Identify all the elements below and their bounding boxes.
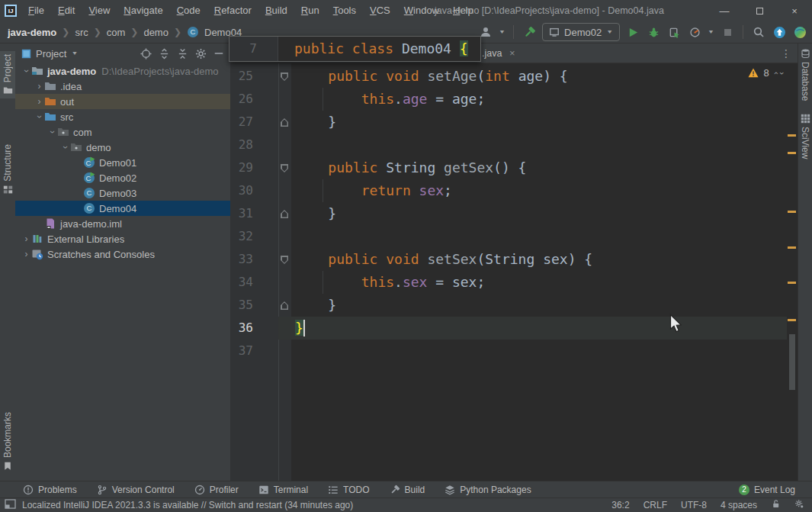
code-line-34[interactable]: 34 this.sex = sex; bbox=[230, 271, 787, 294]
collapse-all-icon[interactable] bbox=[175, 47, 189, 60]
line-number-29[interactable]: 29 bbox=[230, 156, 253, 179]
minimize-button[interactable]: — bbox=[707, 0, 742, 21]
warning-stripe-mark[interactable] bbox=[788, 211, 796, 213]
breadcrumb-item-demo[interactable]: demo bbox=[143, 27, 168, 38]
scrollbar-thumb[interactable] bbox=[789, 334, 795, 390]
code-line-26[interactable]: 26 this.age = age; bbox=[230, 88, 787, 111]
tab-close-icon[interactable]: × bbox=[509, 43, 515, 63]
tree-item-java-demo[interactable]: ›java-demoD:\IdeaProjects\java-demo bbox=[15, 63, 230, 79]
tool-stripe-build[interactable]: Build bbox=[390, 485, 425, 495]
code-line-27[interactable]: 27 } bbox=[230, 111, 787, 134]
tool-stripe-python-packages[interactable]: Python Packages bbox=[445, 485, 531, 495]
hide-tool-window-icon[interactable] bbox=[212, 47, 226, 60]
debug-button[interactable] bbox=[646, 24, 661, 40]
line-number-26[interactable]: 26 bbox=[230, 88, 253, 111]
menu-item-view[interactable]: View bbox=[82, 0, 117, 21]
tool-stripe-problems[interactable]: Problems bbox=[23, 485, 77, 495]
inspections-widget[interactable]: 8 › › bbox=[748, 67, 784, 79]
tool-stripe-profiler[interactable]: Profiler bbox=[194, 485, 239, 495]
error-stripe[interactable] bbox=[787, 63, 798, 481]
warning-stripe-mark[interactable] bbox=[788, 134, 796, 137]
tree-item-src[interactable]: ›src bbox=[15, 109, 230, 124]
line-number-35[interactable]: 35 bbox=[230, 294, 253, 317]
tool-stripe-todo[interactable]: TODO bbox=[328, 485, 369, 495]
expand-all-icon[interactable] bbox=[157, 47, 171, 60]
line-number-27[interactable]: 27 bbox=[230, 111, 253, 134]
code-line-25[interactable]: 25 public void setAge(int age) { bbox=[230, 65, 787, 88]
fold-start-icon[interactable] bbox=[281, 164, 288, 172]
breadcrumb-item-com[interactable]: com bbox=[107, 27, 126, 38]
project-view-dropdown-icon[interactable]: ▼ bbox=[71, 50, 78, 56]
tree-item-demo03[interactable]: CDemo03 bbox=[15, 185, 230, 201]
code-line-33[interactable]: 33 public void setSex(String sex) { bbox=[230, 248, 787, 271]
profiler-dropdown-icon[interactable]: ▼ bbox=[708, 29, 714, 35]
tree-item-com[interactable]: ›com bbox=[15, 124, 230, 140]
tool-stripe-structure[interactable]: Structure bbox=[0, 144, 15, 195]
tree-item-demo04[interactable]: CDemo04 bbox=[15, 201, 230, 216]
fold-start-icon[interactable] bbox=[281, 72, 288, 81]
line-number-37[interactable]: 37 bbox=[230, 340, 253, 362]
menu-item-vcs[interactable]: VCS bbox=[363, 0, 397, 21]
menu-item-code[interactable]: Code bbox=[170, 0, 207, 21]
indent-indicator[interactable]: 4 spaces bbox=[721, 500, 757, 510]
line-number-32[interactable]: 32 bbox=[230, 225, 253, 248]
tree-item-demo02[interactable]: CDemo02 bbox=[15, 170, 230, 185]
menu-item-build[interactable]: Build bbox=[258, 0, 294, 21]
tool-stripe-bookmarks[interactable]: Bookmarks bbox=[0, 412, 15, 471]
line-number-25[interactable]: 25 bbox=[230, 65, 253, 88]
menu-item-refactor[interactable]: Refactor bbox=[207, 0, 258, 21]
tree-item-java-demo-iml[interactable]: java-demo.iml bbox=[15, 216, 230, 231]
breadcrumb-item-src[interactable]: src bbox=[75, 27, 88, 38]
line-number-31[interactable]: 31 bbox=[230, 202, 253, 225]
warning-stripe-mark[interactable] bbox=[788, 246, 796, 249]
code-line-36[interactable]: 36} bbox=[230, 317, 787, 340]
line-ending-indicator[interactable]: CRLF bbox=[644, 500, 667, 510]
tree-item-demo[interactable]: ›demo bbox=[15, 140, 230, 155]
user-dropdown-icon[interactable]: ▼ bbox=[499, 29, 505, 35]
gear-icon[interactable] bbox=[194, 47, 207, 60]
tree-chevron-icon[interactable]: › bbox=[21, 233, 31, 244]
menu-item-file[interactable]: File bbox=[21, 0, 51, 21]
tree-chevron-icon[interactable]: › bbox=[60, 143, 71, 153]
line-number-36[interactable]: 36 bbox=[230, 317, 253, 340]
tool-stripe-sciview[interactable]: SciView bbox=[798, 114, 812, 159]
tree-chevron-icon[interactable]: › bbox=[34, 112, 45, 122]
search-everywhere-icon[interactable] bbox=[751, 24, 766, 40]
fold-end-icon[interactable] bbox=[281, 118, 288, 127]
fold-start-icon[interactable] bbox=[281, 256, 288, 264]
fold-end-icon[interactable] bbox=[281, 210, 288, 218]
code-line-28[interactable]: 28 bbox=[230, 134, 787, 156]
tool-stripe-event-log[interactable]: 2 Event Log bbox=[739, 485, 795, 495]
tree-chevron-icon[interactable]: › bbox=[21, 66, 32, 76]
tab-demo04-java[interactable]: .java bbox=[482, 43, 502, 63]
tool-stripe-terminal[interactable]: Terminal bbox=[258, 485, 308, 495]
code-area[interactable]: 25 public void setAge(int age) {26 this.… bbox=[230, 63, 787, 481]
profiler-button[interactable] bbox=[687, 24, 702, 40]
code-line-30[interactable]: 30 return sex; bbox=[230, 179, 787, 202]
menu-item-run[interactable]: Run bbox=[294, 0, 326, 21]
tab-options-icon[interactable]: ⋮ bbox=[781, 43, 791, 63]
menu-item-navigate[interactable]: Navigate bbox=[117, 0, 169, 21]
warning-stripe-mark[interactable] bbox=[788, 319, 796, 321]
status-message[interactable]: Localized IntelliJ IDEA 2021.3.3 is avai… bbox=[22, 500, 353, 510]
tool-stripe-database[interactable]: Database bbox=[798, 48, 812, 101]
code-line-29[interactable]: 29 public String getSex() { bbox=[230, 156, 787, 179]
line-number-30[interactable]: 30 bbox=[230, 179, 253, 202]
menu-item-tools[interactable]: Tools bbox=[326, 0, 363, 21]
encoding-indicator[interactable]: UTF-8 bbox=[681, 500, 707, 510]
tree-item-scratches-and-consoles[interactable]: ›Scratches and Consoles bbox=[15, 246, 230, 262]
tool-stripe-project[interactable]: Project bbox=[0, 51, 15, 98]
tree-item--idea[interactable]: ›.idea bbox=[15, 79, 230, 94]
fold-end-icon[interactable] bbox=[281, 301, 288, 310]
tree-chevron-icon[interactable]: › bbox=[34, 96, 44, 107]
maximize-button[interactable] bbox=[742, 0, 777, 21]
breadcrumb-item-java-demo[interactable]: java-demo bbox=[8, 27, 56, 38]
tree-item-demo01[interactable]: CDemo01 bbox=[15, 155, 230, 170]
lock-icon[interactable] bbox=[771, 499, 781, 511]
toolbox-sphere-icon[interactable] bbox=[792, 24, 807, 40]
code-line-32[interactable]: 32 bbox=[230, 225, 787, 248]
tree-item-out[interactable]: ›out bbox=[15, 94, 230, 109]
line-number-33[interactable]: 33 bbox=[230, 248, 253, 271]
warning-stripe-mark[interactable] bbox=[788, 282, 796, 284]
sticky-line-popup[interactable]: 7 public class Demo04 { bbox=[229, 36, 481, 62]
